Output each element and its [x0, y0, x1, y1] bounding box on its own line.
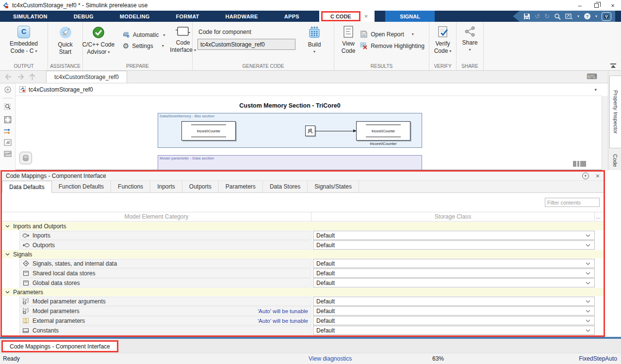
annotation-icon[interactable]: A [4, 139, 12, 146]
panel-minimize-icon[interactable]: ▾ [582, 173, 589, 179]
storage-class-dropdown[interactable]: Default [313, 278, 595, 287]
outport-icon [22, 242, 30, 248]
tab-apps[interactable]: APPS [271, 11, 312, 22]
tab-c-code[interactable]: C CODE × [319, 11, 375, 22]
close-icon[interactable]: × [360, 13, 372, 20]
chevron-down-icon [5, 291, 10, 294]
table-row-constants[interactable]: Constants Default [2, 326, 604, 335]
fit-view-icon[interactable] [4, 116, 12, 124]
tab-signals-states[interactable]: Signals/States [308, 181, 359, 192]
storage-class-dropdown[interactable]: Default [313, 306, 595, 316]
table-row-global-data-stores[interactable]: Global data stores Default [2, 278, 604, 287]
keyboard-icon[interactable]: ⌨ [587, 72, 597, 81]
component-input[interactable] [197, 39, 295, 50]
forward-arrow-icon[interactable] [17, 74, 24, 80]
open-report-dropdown[interactable]: Open Report▾ [360, 31, 425, 38]
automatic-dropdown[interactable]: a Automatic▾ [123, 32, 165, 38]
export-icon[interactable] [565, 13, 573, 20]
tab-parameters[interactable]: Parameters [219, 181, 263, 192]
minimize-button[interactable]: – [572, 0, 588, 11]
tab-function-defaults[interactable]: Function Defaults [52, 181, 111, 192]
remove-highlighting-button[interactable]: Remove Highlighting [360, 42, 425, 49]
table-row-external-parameters[interactable]: [0]010External parameters'Auto' will be … [2, 316, 604, 325]
tab-format[interactable]: FORMAT [163, 11, 212, 22]
table-row-inports[interactable]: Inports Default [2, 231, 604, 240]
back-arrow-icon[interactable] [5, 74, 12, 80]
settings-dropdown[interactable]: ⚙ Settings▾ [123, 42, 165, 49]
status-bar: Ready View diagnostics 63% FixedStepAuto [0, 353, 621, 364]
tab-signal[interactable]: SIGNAL [385, 11, 435, 22]
storage-class-dropdown[interactable]: Default [313, 297, 595, 306]
tab-debug[interactable]: DEBUG [61, 11, 107, 22]
table-row-model-parameters[interactable]: Model parameters'Auto' will be tunable D… [2, 306, 604, 316]
canvas-tool-palette: A [0, 83, 16, 170]
restore-button[interactable] [588, 0, 605, 11]
view-diagnostics-link[interactable]: View diagnostics [309, 355, 352, 362]
data-section-area[interactable]: Model parameter - Data section [158, 155, 422, 170]
canvas-scrollbar[interactable] [602, 96, 608, 170]
tab-code[interactable]: Code [609, 150, 621, 171]
record-icon[interactable] [602, 12, 611, 21]
signal-generator-block[interactable] [305, 126, 315, 136]
storage-class-dropdown[interactable]: Default [313, 259, 595, 268]
storage-class-dropdown[interactable]: Default [313, 316, 595, 325]
table-row-model-parameter-arguments[interactable]: Model parameter arguments Default [2, 297, 604, 306]
hide-explorer-icon[interactable] [4, 86, 11, 93]
group-row-inports-outports[interactable]: Inports and Outports [2, 222, 604, 230]
data-store-write-block[interactable]: tricore0Counter [356, 121, 410, 141]
tab-inports[interactable]: Inports [150, 181, 182, 192]
tab-simulation[interactable]: SIMULATION [0, 11, 61, 22]
group-row-parameters[interactable]: Parameters [2, 288, 604, 296]
storage-class-dropdown[interactable]: Default [313, 326, 595, 335]
tab-functions[interactable]: Functions [111, 181, 150, 192]
collapse-ribbon-icon[interactable] [610, 63, 616, 68]
overview-pager-icon[interactable] [573, 161, 586, 167]
dropdown-arrow-icon[interactable]: ▾ [577, 14, 579, 18]
group-share: Share ▾ SHARE [457, 22, 484, 70]
tab-modeling[interactable]: MODELING [107, 11, 163, 22]
undo-icon[interactable]: ↺ [535, 13, 540, 19]
zoom-select-icon[interactable] [4, 103, 12, 111]
tab-hardware[interactable]: HARDWARE [212, 11, 271, 22]
redo-icon[interactable]: ↻ [544, 13, 550, 19]
route-signals-icon[interactable] [3, 128, 12, 134]
table-row-shared-local-data-stores[interactable]: Shared local data stores Default [2, 269, 604, 278]
image-annotation-icon[interactable] [4, 151, 12, 157]
tab-data-stores[interactable]: Data Stores [263, 181, 308, 192]
close-button[interactable]: × [605, 0, 621, 11]
column-options-icon[interactable]: ... [596, 212, 603, 221]
storage-class-dropdown[interactable]: Default [313, 240, 595, 250]
breadcrumb-dropdown-icon[interactable]: ▾ [594, 87, 597, 92]
view-code-icon [343, 26, 354, 38]
table-row-signals-states[interactable]: Signals, states, and internal data Defau… [2, 259, 604, 268]
help-icon[interactable]: ? [584, 13, 591, 20]
model-doc-tab[interactable]: tc4xCustomStorage_ref0 [46, 71, 127, 83]
data-store-memory-block[interactable]: tricore0Counter [181, 121, 236, 141]
table-row-outports[interactable]: Outports Default [2, 240, 604, 250]
model-canvas[interactable]: Custom Memory Section - TriCore0 DataSto… [16, 96, 602, 170]
up-arrow-icon[interactable] [29, 74, 35, 80]
column-storage-class[interactable]: Storage Class [311, 212, 595, 221]
solver-name[interactable]: FixedStepAuto [579, 355, 617, 362]
tab-data-defaults[interactable]: Data Defaults [2, 181, 52, 193]
mapping-table: Inports and Outports Inports Default Out… [2, 222, 604, 335]
c-code-highlight-box[interactable]: C CODE [321, 11, 360, 21]
tab-outports[interactable]: Outports [182, 181, 219, 192]
document-tab-bar: tc4xCustomStorage_ref0 ⌨ [0, 71, 608, 83]
signal-wire[interactable] [315, 131, 356, 131]
save-icon[interactable] [523, 13, 530, 20]
group-row-signals[interactable]: Signals [2, 250, 604, 258]
data-store-icon [23, 280, 29, 286]
tab-property-inspector[interactable]: Property Inspector [609, 76, 621, 148]
search-icon[interactable] [554, 13, 561, 20]
filter-contents-input[interactable] [545, 198, 600, 207]
code-mappings-bottom-tab[interactable]: Code Mappings - Component Interface [1, 340, 118, 352]
data-store-badge-button[interactable] [19, 152, 32, 164]
panel-close-icon[interactable]: × [596, 173, 600, 179]
storage-class-dropdown[interactable]: Default [313, 269, 595, 278]
storage-class-dropdown[interactable]: Default [313, 231, 595, 240]
dropdown-arrow-icon[interactable]: ▾ [595, 14, 597, 18]
breadcrumb-model-name[interactable]: tc4xCustomStorage_ref0 [29, 86, 93, 93]
bss-section-area[interactable]: DataStoreMemory - Bss section tricore0Co… [158, 113, 422, 148]
column-model-element-category[interactable]: Model Element Category [2, 212, 311, 221]
